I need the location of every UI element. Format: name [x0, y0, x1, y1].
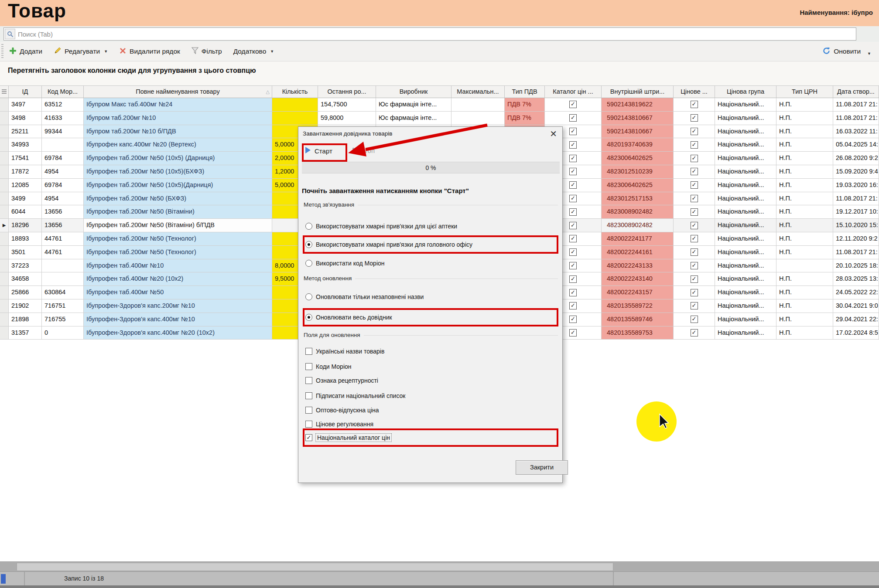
cell-pricectl[interactable]: ✓ [674, 98, 715, 112]
radio-update_method-1[interactable]: Оновлювати весь довідник [305, 313, 392, 322]
cell-pricectl[interactable]: ✓ [674, 326, 715, 340]
stop-button[interactable]: Стоп [352, 147, 375, 154]
cell-date: 29.04.2021 22: [833, 313, 879, 326]
load-directory-dialog: Завантаження довідника товарів ✕ Старт С… [298, 126, 563, 483]
chevron-down-icon[interactable]: ▼ [867, 51, 871, 56]
cell-date: 11.08.2017 21: [833, 246, 879, 259]
checkbox-icon [305, 348, 312, 355]
checkbox-update_fields-5[interactable]: Цінове регулювання [305, 419, 373, 429]
checked-checkbox-icon: ✓ [569, 302, 577, 309]
cell-date: 28.03.2025 13: [833, 272, 879, 286]
col-header-max[interactable]: Максимальн... [451, 86, 505, 98]
cell-pricectl[interactable]: ✓ [674, 232, 715, 246]
cell-crn: Н.П. [776, 205, 833, 219]
col-header-date[interactable]: Дата створ... [833, 86, 879, 98]
close-icon[interactable]: ✕ [550, 129, 557, 139]
cell-date: 15.10.2020 15: [833, 219, 879, 232]
add-button[interactable]: Додати [3, 44, 48, 59]
cell-ind [0, 98, 9, 112]
cell-code [42, 272, 84, 286]
checked-checkbox-icon: ✓ [569, 114, 577, 122]
table-row[interactable]: 349763512Ібупром Макс таб.400мг №24154,7… [0, 98, 879, 112]
cell-pricectl[interactable]: ✓ [674, 205, 715, 219]
cell-pricectl[interactable]: ✓ [674, 138, 715, 152]
group-by-zone[interactable]: Перетягніть заголовок колонки сюди для у… [0, 61, 879, 85]
cell-date: 26.08.2020 9:2 [833, 152, 879, 165]
radio-link_method-1[interactable]: Використовувати хмарні прив'язки для гол… [305, 240, 472, 249]
cell-id: 31357 [9, 326, 42, 340]
col-header-indicator[interactable] [0, 86, 9, 98]
checkbox-update_fields-6[interactable]: ✓Національний каталог цін [305, 433, 391, 442]
checked-checkbox-icon: ✓ [569, 235, 577, 242]
cell-catalog[interactable]: ✓ [545, 98, 602, 112]
col-header-id[interactable]: ІД [9, 86, 42, 98]
cell-barcode: 4820135589746 [602, 313, 674, 326]
radio-update_method-0[interactable]: Оновлювати тільки незаповнені назви [305, 292, 424, 302]
dialog-message: Почніть завантаження натисканням кнопки … [302, 187, 469, 194]
checked-checkbox-icon: ✓ [305, 434, 312, 441]
checkbox-icon [305, 392, 312, 399]
cell-pricectl[interactable]: ✓ [674, 125, 715, 139]
cell-code: 41633 [42, 112, 84, 125]
checked-checkbox-icon: ✓ [569, 262, 577, 269]
checkbox-update_fields-1[interactable]: Коди Моріон [305, 362, 352, 371]
checkbox-update_fields-4[interactable]: Оптово-відпускна ціна [305, 405, 379, 415]
option-label: Використовувати хмарні прив'язки для ціє… [316, 223, 457, 230]
edit-button[interactable]: Редагувати▼ [48, 44, 113, 59]
scrollbar-thumb[interactable] [17, 563, 613, 571]
cell-barcode: 4823006402625 [602, 152, 674, 165]
cell-date: 19.03.2020 16: [833, 179, 879, 192]
checkbox-update_fields-3[interactable]: Підписати національний список [305, 391, 406, 401]
col-header-catalog[interactable]: Каталог цін ... [545, 86, 602, 98]
cell-barcode: 4820022243140 [602, 272, 674, 286]
cell-pricectl[interactable]: ✓ [674, 246, 715, 259]
cell-pricectl[interactable]: ✓ [674, 259, 715, 273]
cell-pricectl[interactable]: ✓ [674, 299, 715, 313]
radio-link_method-2[interactable]: Використати код Моріон [305, 258, 385, 268]
col-header-code[interactable]: Код Мор... [42, 86, 84, 98]
search-box[interactable] [3, 27, 856, 41]
col-header-last[interactable]: Остання ро... [318, 86, 376, 98]
col-header-vat[interactable]: Тип ПДВ [505, 86, 545, 98]
checked-checkbox-icon: ✓ [569, 222, 577, 229]
cell-id: 17541 [9, 152, 42, 165]
cell-barcode: 4820135589753 [602, 326, 674, 340]
cell-pricectl[interactable]: ✓ [674, 152, 715, 165]
option-label: Національний каталог цін [316, 434, 391, 442]
close-button[interactable]: Закрити [516, 460, 568, 475]
start-button[interactable]: Старт [305, 147, 332, 155]
col-header-name[interactable]: Повне найменування товару△ [84, 86, 272, 98]
checked-checkbox-icon: ✓ [569, 275, 577, 283]
cell-id: 18296 [9, 219, 42, 232]
cell-pricectl[interactable]: ✓ [674, 112, 715, 125]
cell-pricectl[interactable]: ✓ [674, 219, 715, 232]
checkbox-update_fields-0[interactable]: Українські назви товарів [305, 347, 384, 356]
search-input[interactable] [15, 28, 856, 40]
cell-pricectl[interactable]: ✓ [674, 192, 715, 206]
cell-date: 11.08.2017 21: [833, 98, 879, 112]
filter-button[interactable]: Фільтр [186, 44, 228, 59]
col-header-qty[interactable]: Кількість [272, 86, 318, 98]
col-header-pricectl[interactable]: Цінове ... [674, 86, 715, 98]
col-header-manuf[interactable]: Виробник [376, 86, 451, 98]
cell-pricectl[interactable]: ✓ [674, 272, 715, 286]
horizontal-scrollbar[interactable] [0, 561, 879, 571]
cell-pricectl[interactable]: ✓ [674, 165, 715, 179]
dialog-title: Завантаження довідника товарів [303, 130, 392, 137]
cell-catalog[interactable]: ✓ [545, 112, 602, 125]
cell-pricectl[interactable]: ✓ [674, 313, 715, 326]
col-header-crn[interactable]: Тип ЦРН [776, 86, 833, 98]
radio-link_method-0[interactable]: Використовувати хмарні прив'язки для ціє… [305, 221, 457, 231]
delete-row-button[interactable]: Видалити рядок [113, 44, 186, 59]
cell-pricectl[interactable]: ✓ [674, 286, 715, 299]
checkbox-update_fields-2[interactable]: Ознака рецептурності [305, 376, 378, 385]
col-header-barcode[interactable]: Внутрішній штри... [602, 86, 674, 98]
checked-checkbox-icon: ✓ [691, 235, 698, 242]
cell-pricectl[interactable]: ✓ [674, 179, 715, 192]
cell-date: 20.10.2025 18: [833, 259, 879, 273]
col-header-group[interactable]: Цінова група [715, 86, 776, 98]
table-row[interactable]: 349841633Ібупром таб.200мг №1059,8000Юс … [0, 112, 879, 125]
more-button[interactable]: Додатково▼ [228, 44, 280, 59]
checked-checkbox-icon: ✓ [691, 195, 698, 202]
refresh-button[interactable]: Оновити [817, 44, 866, 59]
